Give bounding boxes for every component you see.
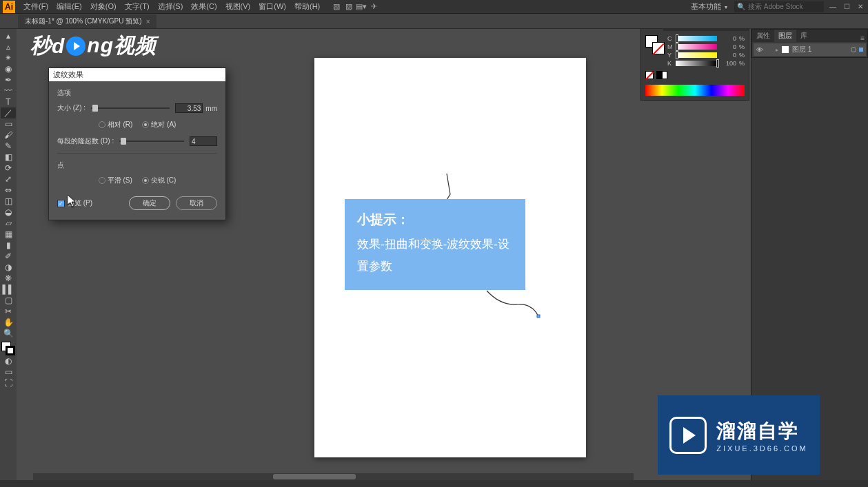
- left-toolbar: ▴ ▵ ✴ ◉ ✒ 〰 T ／ ▭ 🖌 ✎ ◧ ⟳ ⤢ ⇔ ◫ ◒ ▱ ▦ ▮ …: [0, 29, 17, 480]
- fill-stroke-swatch[interactable]: [1, 342, 15, 355]
- artboard[interactable]: 小提示： 效果-扭曲和变换-波纹效果-设置参数: [314, 58, 586, 457]
- menu-view[interactable]: 视图(V): [221, 0, 255, 13]
- magenta-value[interactable]: 0: [720, 43, 736, 50]
- cancel-button[interactable]: 取消: [176, 196, 217, 210]
- size-input[interactable]: [175, 103, 203, 113]
- tip-body: 效果-扭曲和变换-波纹效果-设置参数: [357, 234, 513, 278]
- type-tool[interactable]: T: [1, 96, 16, 107]
- menu-window[interactable]: 窗口(W): [254, 0, 290, 13]
- size-slider[interactable]: [91, 107, 170, 109]
- black-slider[interactable]: [676, 61, 717, 66]
- layer-name[interactable]: 图层 1: [792, 45, 848, 54]
- zoom-tool[interactable]: 🔍: [1, 328, 16, 339]
- close-icon[interactable]: ×: [146, 18, 150, 25]
- eyedropper-tool[interactable]: ✐: [1, 251, 16, 262]
- cyan-slider[interactable]: [676, 36, 717, 41]
- ridges-input[interactable]: [190, 136, 217, 146]
- ok-button[interactable]: 确定: [129, 196, 170, 210]
- mesh-tool[interactable]: ▦: [1, 229, 16, 240]
- menu-object[interactable]: 对象(O): [86, 0, 121, 13]
- color-mode-toggle[interactable]: ◐: [1, 355, 16, 366]
- curvature-tool[interactable]: 〰: [1, 85, 16, 96]
- ridges-slider[interactable]: [119, 141, 184, 142]
- menu-type[interactable]: 文字(T): [121, 0, 154, 13]
- hand-tool[interactable]: ✋: [1, 317, 16, 328]
- slider-cyan: C 0 %: [667, 35, 745, 42]
- canvas-area[interactable]: 秒 d ng视频 波纹效果 选项 大小 (Z) : mm: [17, 29, 751, 480]
- tab-color-guide[interactable]: 颜色参考: [663, 29, 699, 31]
- tab-color[interactable]: 颜色: [641, 29, 663, 31]
- menu-edit[interactable]: 编辑(E): [52, 0, 86, 13]
- pen-tool[interactable]: ✒: [1, 74, 16, 85]
- blend-tool[interactable]: ◑: [1, 262, 16, 273]
- menu-help[interactable]: 帮助(H): [290, 0, 324, 13]
- column-graph-tool[interactable]: ▌▌: [1, 284, 16, 295]
- dialog-title[interactable]: 波纹效果: [49, 68, 225, 81]
- stock-search[interactable]: 🔍 搜索 Adobe Stock: [734, 1, 824, 12]
- symbol-sprayer-tool[interactable]: ❋: [1, 273, 16, 284]
- panel-menu-icon[interactable]: ≡: [739, 29, 749, 31]
- yellow-value[interactable]: 0: [720, 52, 736, 59]
- slider-yellow: Y 0 %: [667, 52, 745, 59]
- doc-icon[interactable]: ▧: [331, 1, 342, 12]
- brand-part-2: d: [52, 34, 65, 58]
- menu-effect[interactable]: 效果(C): [187, 0, 221, 13]
- slice-tool[interactable]: ✂: [1, 306, 16, 317]
- magic-wand-tool[interactable]: ✴: [1, 52, 16, 63]
- workspace-switcher[interactable]: 基本功能 ▾: [688, 0, 730, 13]
- rotate-tool[interactable]: ⟳: [1, 163, 16, 174]
- arrange-icon[interactable]: ▤▾: [356, 1, 367, 12]
- bw-swatch[interactable]: [656, 71, 667, 79]
- scrollbar-thumb[interactable]: [273, 474, 356, 479]
- tab-properties[interactable]: 属性: [752, 30, 774, 42]
- panel-menu-icon[interactable]: ≡: [858, 34, 867, 42]
- selection-tool[interactable]: ▴: [1, 30, 16, 41]
- shaper-tool[interactable]: ✎: [1, 141, 16, 152]
- layer-row[interactable]: 👁 ▸ 图层 1: [754, 43, 866, 56]
- radio-corner[interactable]: 尖锐 (C): [142, 176, 176, 185]
- window-close[interactable]: ✕: [856, 2, 865, 12]
- rectangle-tool[interactable]: ▭: [1, 118, 16, 129]
- preview-checkbox[interactable]: ✓ 预览 (P): [57, 198, 92, 208]
- document-tab[interactable]: 未标题-1* @ 100% (CMYK/GPU 预览) ×: [18, 14, 157, 28]
- free-transform-tool[interactable]: ◫: [1, 196, 16, 207]
- gradient-tool[interactable]: ▮: [1, 240, 16, 251]
- yellow-slider[interactable]: [676, 52, 717, 58]
- twirl-icon[interactable]: ▸: [776, 47, 778, 53]
- black-value[interactable]: 100: [720, 60, 736, 67]
- selection-indicator: [859, 48, 863, 52]
- window-maximize[interactable]: ☐: [842, 2, 851, 12]
- perspective-grid-tool[interactable]: ▱: [1, 218, 16, 229]
- lasso-tool[interactable]: ◉: [1, 63, 16, 74]
- visibility-icon[interactable]: 👁: [756, 46, 763, 54]
- preview-label: 预览 (P): [68, 198, 92, 208]
- menu-select[interactable]: 选择(S): [154, 0, 188, 13]
- radio-smooth[interactable]: 平滑 (S): [99, 176, 132, 185]
- paintbrush-tool[interactable]: 🖌: [1, 129, 16, 141]
- cyan-value[interactable]: 0: [720, 35, 736, 42]
- tab-layers[interactable]: 图层: [774, 30, 796, 42]
- spectrum-picker[interactable]: [645, 85, 745, 96]
- horizontal-scrollbar[interactable]: [33, 473, 634, 480]
- radio-absolute[interactable]: 绝对 (A): [142, 120, 176, 129]
- tab-libraries[interactable]: 库: [796, 30, 811, 42]
- eraser-tool[interactable]: ◧: [1, 152, 16, 163]
- play-box-icon: [669, 417, 707, 454]
- window-minimize[interactable]: —: [828, 2, 838, 12]
- fill-stroke-indicator[interactable]: [645, 35, 665, 54]
- menu-file[interactable]: 文件(F): [19, 0, 52, 13]
- paperplane-icon[interactable]: ✈: [368, 1, 379, 12]
- line-segment-tool[interactable]: ／: [1, 107, 16, 118]
- screen-mode-toggle[interactable]: ⛶: [1, 377, 16, 388]
- magenta-slider[interactable]: [676, 44, 717, 50]
- radio-relative[interactable]: 相对 (R): [99, 120, 133, 129]
- artboard-tool[interactable]: ▢: [1, 295, 16, 306]
- direct-selection-tool[interactable]: ▵: [1, 41, 16, 52]
- doc-icon-2[interactable]: ▧: [343, 1, 354, 12]
- scale-tool[interactable]: ⤢: [1, 174, 16, 185]
- target-icon[interactable]: [851, 47, 856, 52]
- draw-mode-toggle[interactable]: ▭: [1, 366, 16, 377]
- shape-builder-tool[interactable]: ◒: [1, 207, 16, 218]
- none-color-icon[interactable]: [645, 71, 654, 79]
- width-tool[interactable]: ⇔: [1, 185, 16, 196]
